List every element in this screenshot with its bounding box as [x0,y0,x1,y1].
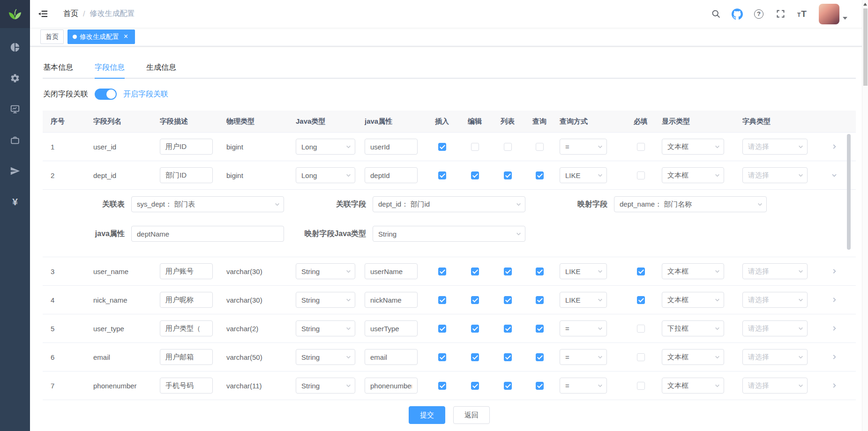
query-checkbox[interactable] [536,353,544,361]
java-type-select[interactable]: String [296,320,355,336]
sidebar-item-monitor[interactable] [0,94,30,125]
window-scrollbar[interactable] [862,0,868,431]
dict-type-select[interactable]: 请选择 [742,320,808,336]
java-field-input[interactable] [365,167,418,183]
dict-type-select[interactable]: 请选择 [742,167,808,183]
list-checkbox[interactable] [504,143,512,151]
expand-row-button[interactable] [831,297,838,303]
avatar[interactable] [819,4,839,24]
help-button[interactable]: ? [749,4,768,24]
sidebar-item-guide[interactable] [0,156,30,186]
display-type-select[interactable]: 文本框 [662,378,724,394]
list-checkbox[interactable] [504,268,512,275]
submit-button[interactable]: 提交 [409,406,445,424]
display-type-select[interactable]: 文本框 [662,349,724,365]
edit-checkbox[interactable] [471,325,479,333]
description-input[interactable] [160,292,213,308]
tab-item[interactable]: 生成信息 [135,57,187,78]
java-type-select[interactable]: String [296,263,355,279]
java-field-input[interactable] [365,349,418,365]
sidebar-item-system[interactable] [0,63,30,94]
user-menu[interactable] [819,4,847,24]
assoc-table-select[interactable]: sys_dept： 部门表 [131,196,284,212]
list-checkbox[interactable] [504,382,512,390]
description-input[interactable] [160,263,213,279]
display-type-select[interactable]: 下拉框 [662,320,724,336]
insert-checkbox[interactable] [438,353,446,361]
edit-checkbox[interactable] [471,296,479,304]
map-java-type-select[interactable]: String [373,226,525,242]
expand-row-button[interactable] [831,325,838,332]
query-type-select[interactable]: = [560,139,607,155]
list-checkbox[interactable] [504,353,512,361]
query-type-select[interactable]: = [560,378,607,394]
expand-row-button[interactable] [831,382,838,389]
query-checkbox[interactable] [536,296,544,304]
expand-row-button[interactable] [831,143,838,150]
edit-checkbox[interactable] [471,268,479,275]
scrollbar-up-arrow[interactable] [863,3,867,6]
table-scrollbar-thumb[interactable] [847,134,851,250]
list-checkbox[interactable] [504,325,512,333]
tab-item[interactable]: 字段信息 [84,57,135,78]
query-type-select[interactable]: LIKE [560,263,607,279]
query-type-select[interactable]: LIKE [560,292,607,308]
breadcrumb-home[interactable]: 首页 [63,9,78,19]
required-checkbox[interactable] [637,296,645,304]
field-association-switch[interactable] [95,89,117,100]
edit-checkbox[interactable] [471,143,479,151]
back-button[interactable]: 返回 [453,406,490,424]
java-type-select[interactable]: String [296,378,355,394]
tag-item[interactable]: 修改生成配置 × [67,30,135,44]
edit-checkbox[interactable] [471,382,479,390]
display-type-select[interactable]: 文本框 [662,139,724,155]
list-checkbox[interactable] [504,296,512,304]
dict-type-select[interactable]: 请选择 [742,263,808,279]
edit-checkbox[interactable] [471,353,479,361]
java-field-input[interactable] [365,292,418,308]
description-input[interactable] [160,139,213,155]
required-checkbox[interactable] [637,353,645,361]
insert-checkbox[interactable] [438,268,446,275]
display-type-select[interactable]: 文本框 [662,292,724,308]
insert-checkbox[interactable] [438,171,446,179]
required-checkbox[interactable] [637,171,645,179]
insert-checkbox[interactable] [438,143,446,151]
java-type-select[interactable]: Long [296,167,355,183]
query-checkbox[interactable] [536,268,544,275]
assoc-field-select[interactable]: dept_id： 部门id [373,196,525,212]
github-button[interactable] [728,4,747,24]
assoc-java-field-input[interactable] [131,226,284,242]
java-field-input[interactable] [365,263,418,279]
display-type-select[interactable]: 文本框 [662,263,724,279]
tab-item[interactable]: 基本信息 [43,57,84,78]
search-button[interactable] [706,4,725,24]
sidebar-item-dashboard[interactable] [0,32,30,63]
java-type-select[interactable]: String [296,292,355,308]
insert-checkbox[interactable] [438,325,446,333]
sidebar-item-tool[interactable] [0,125,30,156]
list-checkbox[interactable] [504,171,512,179]
dict-type-select[interactable]: 请选择 [742,378,808,394]
sidebar-item-pay[interactable]: ¥ [0,186,30,217]
java-type-select[interactable]: Long [296,139,355,155]
required-checkbox[interactable] [637,325,645,333]
description-input[interactable] [160,378,213,394]
display-type-select[interactable]: 文本框 [662,167,724,183]
expand-row-button[interactable] [831,354,838,360]
java-field-input[interactable] [365,378,418,394]
app-logo[interactable] [0,0,30,28]
dict-type-select[interactable]: 请选择 [742,349,808,365]
description-input[interactable] [160,349,213,365]
map-field-select[interactable]: dept_name： 部门名称 [614,196,767,212]
expand-row-button[interactable] [831,172,838,178]
font-size-button[interactable]: TT [793,4,811,24]
query-checkbox[interactable] [536,325,544,333]
tag-close-icon[interactable]: × [122,33,130,41]
query-type-select[interactable]: = [560,320,607,336]
required-checkbox[interactable] [637,143,645,151]
dict-type-select[interactable]: 请选择 [742,139,808,155]
query-checkbox[interactable] [536,382,544,390]
sidebar-toggle-button[interactable] [30,0,56,28]
fullscreen-button[interactable] [771,4,790,24]
